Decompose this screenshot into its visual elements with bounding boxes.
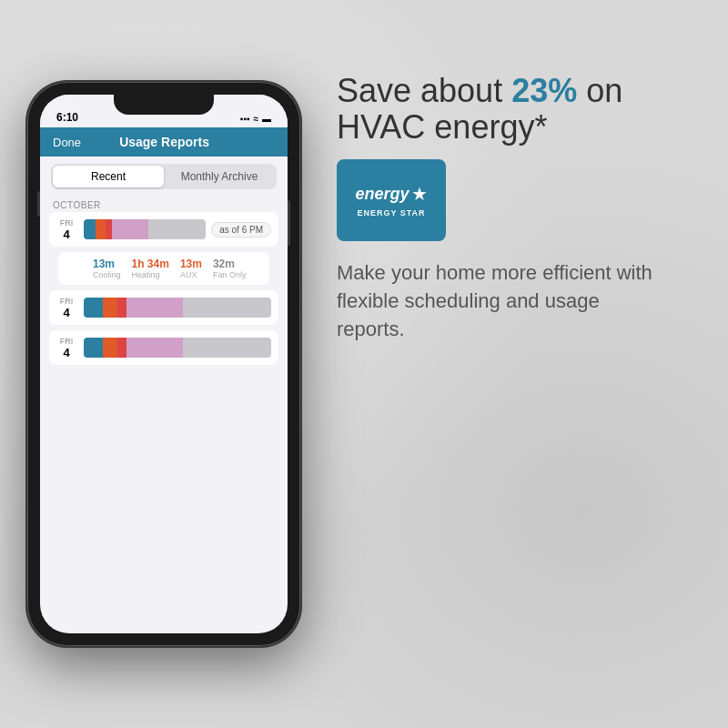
heating-bar [103, 338, 117, 358]
table-row[interactable]: FRI 4 [49, 290, 278, 325]
nav-bar: Done Usage Reports [40, 127, 288, 157]
inactive-bar [148, 219, 206, 239]
fan-value: 32m [213, 258, 247, 270]
done-button[interactable]: Done [53, 136, 81, 149]
inactive-bar [183, 338, 271, 358]
phone-mockup: 6:10 ▪▪▪ ≈ ▬ Done Usage Reports Recent M… [27, 82, 300, 646]
usage-bar [84, 219, 206, 239]
usage-bar [84, 338, 271, 358]
heating-bar [96, 219, 106, 239]
segment-recent[interactable]: Recent [53, 166, 164, 187]
inactive-bar [183, 298, 271, 318]
table-row[interactable]: FRI 4 [49, 330, 278, 365]
battery-icon: ▬ [262, 114, 271, 124]
cooling-bar [84, 219, 96, 239]
usage-rows: FRI 4 as of 6 PM [40, 212, 288, 365]
headline-part1: Save about [337, 72, 502, 109]
day-label: FRI 4 [56, 297, 76, 319]
stats-row[interactable]: 13m Cooling 1h 34m Heating 13m AUX 32m [58, 252, 269, 285]
status-icons: ▪▪▪ ≈ ▬ [240, 114, 271, 124]
right-panel: Save about 23% onHVAC energy* energy ★ E… [337, 73, 664, 344]
energy-star-text: energy [355, 186, 409, 202]
fan-bar [126, 338, 183, 358]
aux-value: 13m [180, 258, 202, 270]
day-num: 4 [56, 346, 76, 359]
energy-star-badge: energy ★ ENERGY STAR [337, 159, 446, 241]
day-name: FRI [56, 337, 76, 346]
day-num: 4 [56, 228, 76, 241]
phone-screen: 6:10 ▪▪▪ ≈ ▬ Done Usage Reports Recent M… [40, 95, 288, 633]
heating-label: Heating [132, 270, 169, 279]
fan-stat: 32m Fan Only [213, 258, 247, 279]
segment-control: Recent Monthly Archive [51, 164, 277, 189]
usage-bar [84, 298, 271, 318]
day-label: FRI 4 [56, 337, 76, 359]
heating-bar [103, 298, 117, 318]
aux-bar [117, 338, 126, 358]
cooling-value: 13m [93, 258, 121, 270]
notch [114, 95, 214, 115]
segment-monthly[interactable]: Monthly Archive [164, 166, 275, 187]
cooling-bar [84, 298, 103, 318]
status-time: 6:10 [56, 111, 78, 124]
aux-bar [106, 219, 112, 239]
fan-bar [126, 298, 183, 318]
energy-star-icon: ★ [411, 183, 428, 205]
cooling-label: Cooling [93, 270, 121, 279]
phone-frame: 6:10 ▪▪▪ ≈ ▬ Done Usage Reports Recent M… [27, 82, 300, 646]
headline: Save about 23% onHVAC energy* [337, 73, 664, 145]
nav-title: Usage Reports [119, 135, 209, 149]
day-name: FRI [56, 218, 76, 228]
aux-bar [117, 298, 126, 318]
fan-bar [112, 219, 148, 239]
side-button-right [288, 200, 290, 246]
heating-stat: 1h 34m Heating [132, 258, 169, 279]
day-name: FRI [56, 297, 76, 306]
day-num: 4 [56, 306, 76, 319]
as-of-badge: as of 6 PM [211, 222, 271, 238]
tagline: Make your home more efficient with flexi… [337, 259, 664, 343]
headline-bold: 23% [511, 72, 577, 109]
cooling-bar [84, 338, 103, 358]
energy-star-label: ENERGY STAR [357, 208, 425, 217]
stats-numbers: 13m Cooling 1h 34m Heating 13m AUX 32m [66, 258, 262, 279]
aux-stat: 13m AUX [180, 258, 202, 279]
aux-label: AUX [180, 270, 202, 279]
signal-icon: ▪▪▪ [240, 114, 250, 124]
month-label: OCTOBER [40, 197, 288, 212]
day-label: FRI 4 [56, 218, 76, 241]
heating-value: 1h 34m [132, 258, 169, 270]
fan-label: Fan Only [213, 270, 247, 279]
table-row[interactable]: FRI 4 as of 6 PM [49, 212, 278, 247]
wifi-icon: ≈ [254, 114, 259, 124]
cooling-stat: 13m Cooling [93, 258, 121, 279]
